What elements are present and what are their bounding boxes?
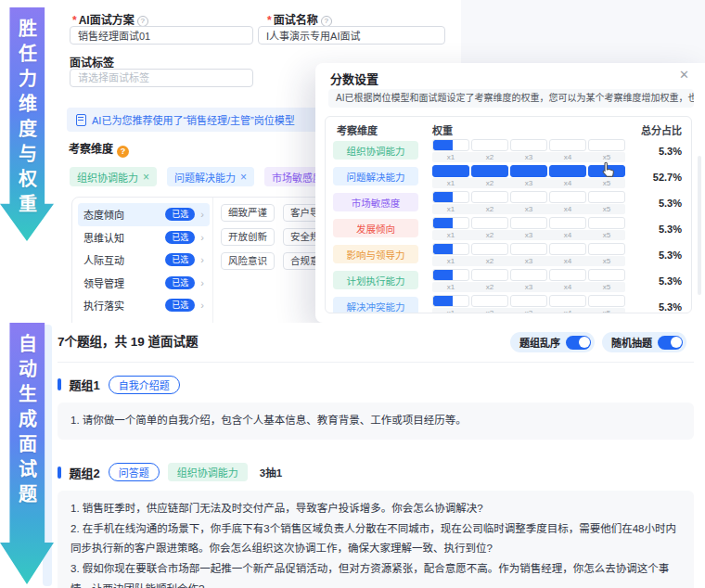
weight-segment[interactable] bbox=[510, 217, 547, 229]
weight-segment[interactable] bbox=[432, 243, 469, 255]
dimension-pill: 问题解决能力 bbox=[333, 167, 418, 185]
weight-slider[interactable]: x1x2x3x4x5 bbox=[432, 165, 625, 188]
toggle-pill: 随机抽题 bbox=[602, 332, 686, 352]
weight-slider[interactable]: x1x2x3x4x5 bbox=[432, 243, 625, 266]
score-percent: 5.3% bbox=[659, 146, 682, 157]
interview-tag-input[interactable] bbox=[70, 69, 253, 87]
model-item[interactable]: 领导管理 已选 › bbox=[78, 272, 210, 295]
dimensions-label: 考察维度? bbox=[69, 140, 129, 158]
score-settings-dialog: 分数设置 ✕ AI已根据岗位模型和面试题设定了考察维度的权重，您可以为某个考察维… bbox=[315, 63, 705, 323]
document-icon bbox=[76, 114, 86, 126]
trait-tag[interactable]: 细致严谨 bbox=[221, 204, 275, 222]
model-item[interactable]: 态度倾向 已选 › bbox=[78, 203, 210, 226]
dimension-pill: 影响与领导力 bbox=[333, 245, 418, 263]
scale-track: x1x2x3x4x5 bbox=[432, 308, 625, 313]
scale-tick: x2 bbox=[471, 204, 508, 214]
scale-tick: x3 bbox=[510, 152, 547, 162]
weight-segment[interactable] bbox=[588, 217, 625, 229]
weight-segment[interactable] bbox=[549, 295, 586, 307]
ai-plan-input[interactable] bbox=[70, 26, 253, 45]
weight-segment[interactable] bbox=[549, 269, 586, 281]
weight-segment[interactable] bbox=[471, 191, 508, 203]
weight-segment[interactable] bbox=[471, 217, 508, 229]
scale-tick: x4 bbox=[549, 282, 586, 292]
weight-segment[interactable] bbox=[471, 269, 508, 281]
weight-segment[interactable] bbox=[432, 217, 469, 229]
model-item-label: 领导管理 bbox=[83, 275, 165, 290]
weight-slider[interactable]: x1x2x3x4x5 bbox=[432, 269, 625, 292]
question-text: 1. 请你做一个简单的自我介绍，包含个人基本信息、教育背景、工作或项目经历等。 bbox=[70, 411, 681, 431]
score-row: 发展倾向 x1x2x3x4x5 5.3% bbox=[326, 217, 691, 243]
weight-segment[interactable] bbox=[588, 269, 625, 281]
group-title: 题组1 bbox=[70, 376, 100, 393]
weight-segment[interactable] bbox=[510, 191, 547, 203]
score-row: 计划执行能力 x1x2x3x4x5 5.3% bbox=[326, 269, 691, 295]
weight-segment[interactable] bbox=[471, 295, 508, 307]
divider bbox=[212, 198, 213, 335]
weight-segment[interactable] bbox=[588, 139, 625, 151]
chevron-right-icon: › bbox=[200, 300, 204, 311]
model-item[interactable]: 执行落实 已选 › bbox=[78, 294, 210, 317]
weight-segment[interactable] bbox=[588, 191, 625, 203]
model-item[interactable]: 思维认知 已选 › bbox=[78, 226, 210, 249]
score-row: 影响与领导力 x1x2x3x4x5 5.3% bbox=[326, 243, 691, 269]
weight-segment[interactable] bbox=[549, 165, 586, 177]
close-icon[interactable]: ✕ bbox=[679, 68, 689, 82]
weight-slider[interactable]: x1x2x3x4x5 bbox=[432, 295, 625, 313]
weight-slider[interactable]: x1x2x3x4x5 bbox=[432, 139, 625, 162]
score-percent: 5.3% bbox=[659, 224, 682, 235]
model-item-label: 态度倾向 bbox=[83, 207, 165, 222]
weight-segment[interactable] bbox=[432, 165, 469, 177]
trait-tag[interactable]: 开放创新 bbox=[221, 228, 275, 246]
toggle-group: 题组乱序 随机抽题 bbox=[510, 332, 686, 352]
question-bank-content: 7个题组，共 19 道面试题 题组乱序 随机抽题 题组1自我介绍题1. 请你做一… bbox=[58, 331, 694, 588]
scale-tick: x1 bbox=[432, 204, 469, 214]
model-item[interactable]: 人际互动 已选 › bbox=[78, 249, 210, 272]
weight-segment[interactable] bbox=[471, 139, 508, 151]
selected-badge: 已选 bbox=[165, 276, 195, 289]
interview-name-input[interactable] bbox=[258, 26, 445, 45]
group-header: 题组1自我介绍题 bbox=[58, 375, 694, 394]
weight-segment[interactable] bbox=[432, 269, 469, 281]
group-tag: 问答题 bbox=[109, 463, 160, 481]
weight-segment[interactable] bbox=[432, 191, 469, 203]
weight-segment[interactable] bbox=[510, 295, 547, 307]
ribbon-competency-label: 胜任力维度与权重 bbox=[14, 19, 41, 219]
scale-tick: x5 bbox=[588, 178, 625, 188]
weight-segment[interactable] bbox=[588, 295, 625, 307]
weight-segment[interactable] bbox=[549, 243, 586, 255]
weight-segment[interactable] bbox=[549, 191, 586, 203]
toggle-switch[interactable] bbox=[658, 336, 683, 350]
remove-icon[interactable]: × bbox=[240, 171, 247, 184]
remove-icon[interactable]: × bbox=[143, 171, 149, 184]
score-percent: 5.3% bbox=[659, 301, 682, 313]
weight-segment[interactable] bbox=[471, 243, 508, 255]
weight-segment[interactable] bbox=[432, 295, 469, 307]
scale-track: x1x2x3x4x5 bbox=[432, 152, 625, 162]
weight-segment[interactable] bbox=[510, 139, 547, 151]
question-text: 1. 销售旺季时，供应链部门无法及时交付产品，导致客户投诉增多。你会怎么协调解决… bbox=[70, 499, 681, 519]
weight-segment[interactable] bbox=[510, 269, 547, 281]
scrollbar[interactable] bbox=[698, 156, 701, 295]
trait-tag[interactable]: 风险意识 bbox=[221, 252, 275, 270]
selected-badge: 已选 bbox=[165, 299, 195, 312]
page-background bbox=[461, 0, 705, 63]
weight-slider[interactable]: x1x2x3x4x5 bbox=[432, 191, 625, 214]
score-row: 组织协调能力 x1x2x3x4x5 5.3% bbox=[326, 139, 691, 165]
weight-segment[interactable] bbox=[549, 217, 586, 229]
scale-tick: x3 bbox=[510, 282, 547, 292]
weight-segment[interactable] bbox=[588, 243, 625, 255]
weight-slider[interactable]: x1x2x3x4x5 bbox=[432, 217, 625, 240]
toggle-label: 题组乱序 bbox=[519, 335, 560, 350]
toggle-switch[interactable] bbox=[566, 336, 591, 350]
weight-segment[interactable] bbox=[471, 165, 508, 177]
weight-segment[interactable] bbox=[510, 243, 547, 255]
weight-segment[interactable] bbox=[510, 165, 547, 177]
scale-track: x1x2x3x4x5 bbox=[432, 282, 625, 292]
scale-tick: x3 bbox=[510, 256, 547, 266]
weight-segment[interactable] bbox=[432, 139, 469, 151]
question-badge-icon[interactable]: ? bbox=[117, 146, 129, 158]
weight-segment[interactable] bbox=[549, 139, 586, 151]
mouse-cursor-icon bbox=[600, 161, 616, 178]
scale-track: x1x2x3x4x5 bbox=[432, 230, 625, 240]
